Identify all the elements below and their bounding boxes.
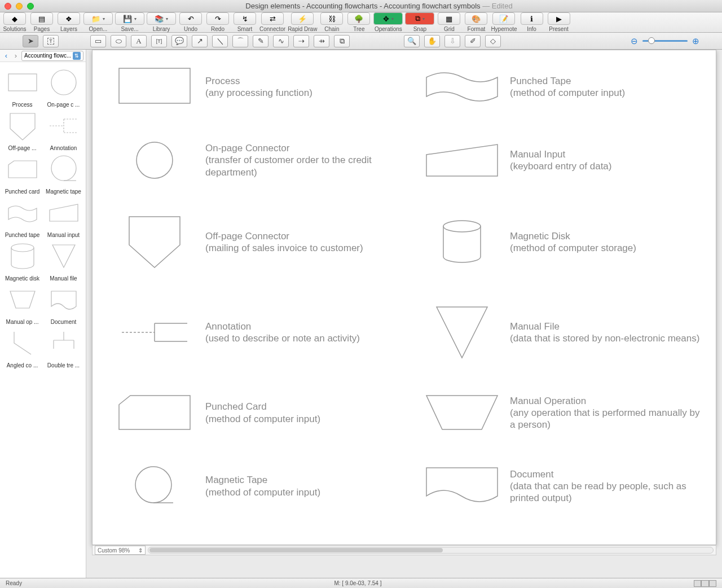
undo-button[interactable]: ↶Undo xyxy=(178,12,203,32)
connector-button[interactable]: ⇄Connector xyxy=(259,12,285,32)
callout-tool[interactable]: 💬 xyxy=(171,35,187,47)
zoom-in-icon[interactable]: ⊕ xyxy=(692,36,699,46)
rect-tool[interactable]: ▭ xyxy=(90,35,106,47)
eraser-tool[interactable]: ◇ xyxy=(485,35,501,47)
dropdown-icon: ⇅ xyxy=(73,52,81,60)
zoom-slider[interactable] xyxy=(642,40,688,42)
shape-palette: ProcessOn-page c ...Off-page ...Annotati… xyxy=(0,62,86,578)
pages-button[interactable]: ▤Pages xyxy=(29,12,54,32)
library-button[interactable]: 📚▾Library xyxy=(147,12,176,32)
tree-button[interactable]: 🌳Tree xyxy=(346,12,371,32)
canvas-shape-manualinput[interactable] xyxy=(414,143,510,177)
spline-tool[interactable]: ∿ xyxy=(273,35,289,47)
palette-magtape[interactable]: Magnetic tape xyxy=(43,152,83,195)
canvas-label-magtape: Magnetic Tape(method of computer input) xyxy=(205,474,414,498)
library-selector[interactable]: Accounting flowc... ⇅ xyxy=(21,51,83,61)
palette-doubletree[interactable]: Double tre ... xyxy=(43,326,83,368)
text-select-tool[interactable]: T xyxy=(43,35,59,47)
minimize-button[interactable] xyxy=(16,3,23,10)
palette-punchedtape[interactable]: Punched tape xyxy=(2,196,42,238)
ellipse-tool[interactable]: ⬭ xyxy=(111,35,126,47)
smart-connector-tool[interactable]: ⇸ xyxy=(314,35,329,47)
palette-magdisk[interactable]: Magnetic disk xyxy=(2,239,42,282)
canvas-shape-magdisk[interactable] xyxy=(414,220,510,265)
palette-process[interactable]: Process xyxy=(2,65,42,108)
palette-angledconn[interactable]: Angled co ... xyxy=(2,326,42,368)
format-button[interactable]: 🎨Format xyxy=(464,12,488,32)
palette-offpage[interactable]: Off-page ... xyxy=(2,109,42,151)
save-icon: 💾 xyxy=(123,15,132,23)
symbol-reference-grid: Process(any processing function)Punched … xyxy=(93,50,716,507)
canvas-shape-process[interactable] xyxy=(104,67,205,107)
palette-document[interactable]: Document xyxy=(43,283,83,325)
rapid-draw-button[interactable]: ⚡Rapid Draw xyxy=(288,12,317,32)
pointer-tool[interactable]: ➤ xyxy=(23,35,38,47)
text-tool[interactable]: A xyxy=(131,35,147,47)
smart-button[interactable]: ↯Smart xyxy=(232,12,257,32)
zoom-slider-thumb[interactable] xyxy=(648,37,655,44)
nav-forward[interactable]: › xyxy=(12,52,20,60)
page-nav[interactable] xyxy=(694,580,716,587)
canvas-shape-manualfile[interactable] xyxy=(414,304,510,361)
horizontal-scrollbar[interactable] xyxy=(148,547,714,554)
titlebar: Design elements - Accounting flowcharts … xyxy=(0,0,722,12)
toolbar-label: Grid xyxy=(444,26,455,32)
solutions-button[interactable]: ◆Solutions xyxy=(2,12,27,32)
nav-back[interactable]: ‹ xyxy=(2,52,10,60)
line-tool[interactable]: ＼ xyxy=(212,35,228,47)
status-ready: Ready xyxy=(6,580,22,586)
palette-circle[interactable]: On-page c ... xyxy=(43,65,83,108)
operations-button[interactable]: ✥▾Operations xyxy=(373,12,403,32)
zoom-tool[interactable]: 🔍 xyxy=(404,35,420,47)
eyedropper-tool[interactable]: ⇩ xyxy=(444,35,460,47)
redo-button[interactable]: ↷Redo xyxy=(205,12,230,32)
palette-annotation[interactable]: Annotation xyxy=(43,109,83,151)
highlighter-tool[interactable]: ✎ xyxy=(253,35,268,47)
canvas-shape-punchedcard[interactable] xyxy=(104,394,205,431)
zoom-out-icon[interactable]: ⊖ xyxy=(631,36,638,46)
grid-button[interactable]: ▦Grid xyxy=(437,12,461,32)
chain-button[interactable]: ⛓Chain xyxy=(319,12,344,32)
info-button[interactable]: ℹInfo xyxy=(520,12,544,32)
arrow-line-tool[interactable]: ↗ xyxy=(192,35,208,47)
open--button[interactable]: 📁▾Open... xyxy=(83,12,113,32)
chevron-down-icon: ▾ xyxy=(422,16,425,21)
canvas[interactable]: Process(any processing function)Punched … xyxy=(92,50,716,545)
window-title: Design elements - Accounting flowcharts … xyxy=(41,2,717,10)
connector-tool[interactable]: ⇢ xyxy=(293,35,309,47)
save--button[interactable]: 💾▾Save... xyxy=(115,12,144,32)
container-tool[interactable]: ⧉ xyxy=(334,35,350,47)
snap-button[interactable]: ⧉▾Snap xyxy=(405,12,434,32)
canvas-shape-magtape[interactable] xyxy=(104,465,205,507)
toolbar-label: Present xyxy=(549,26,568,32)
canvas-shape-punchedtape[interactable] xyxy=(414,67,510,107)
arc-tool[interactable]: ⌒ xyxy=(232,35,248,47)
canvas-shape-annotation[interactable] xyxy=(104,321,205,344)
present-button[interactable]: ▶Present xyxy=(547,12,571,32)
hand-tool[interactable]: ✋ xyxy=(424,35,440,47)
maximize-button[interactable] xyxy=(27,3,34,10)
palette-manualinput[interactable]: Manual input xyxy=(43,196,83,238)
palette-manualop[interactable]: Manual op ... xyxy=(2,283,42,325)
pen-tool[interactable]: ✐ xyxy=(465,35,481,47)
chevron-down-icon: ▾ xyxy=(166,16,168,21)
canvas-shape-offpage[interactable] xyxy=(104,214,205,270)
textbox-tool[interactable]: [T] xyxy=(151,35,167,47)
rapid-icon: ⚡ xyxy=(298,15,307,23)
layers-button[interactable]: ❖Layers xyxy=(56,12,81,32)
hypernote-button[interactable]: 📝Hypernote xyxy=(491,12,517,32)
canvas-shape-manualop[interactable] xyxy=(414,394,510,431)
close-button[interactable] xyxy=(5,3,11,10)
palette-punchedcard[interactable]: Punched card xyxy=(2,152,42,195)
canvas-shape-document[interactable] xyxy=(414,467,510,506)
folder-icon: 📁 xyxy=(91,15,100,23)
palette-label: Off-page ... xyxy=(8,145,37,151)
palette-manualfile[interactable]: Manual file xyxy=(43,239,83,282)
canvas-shape-circle[interactable] xyxy=(104,141,205,180)
toolbar-label: Snap xyxy=(413,26,426,32)
toolbar-label: Open... xyxy=(89,26,108,32)
scrollbar-thumb[interactable] xyxy=(149,548,443,552)
zoom-selector[interactable]: Custom 98%⇕ xyxy=(95,546,146,555)
toolbar-label: Hypernote xyxy=(491,26,517,32)
palette-label: Punched tape xyxy=(5,232,40,238)
